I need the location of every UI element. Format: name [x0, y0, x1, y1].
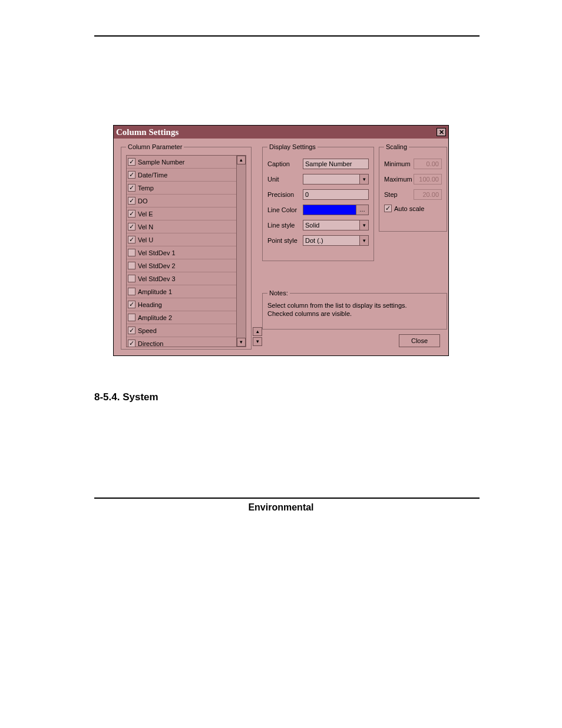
list-item-label: Amplitude 1	[138, 288, 172, 295]
color-picker-button[interactable]: …	[356, 205, 369, 215]
titlebar-close-icon[interactable]: ✕	[437, 128, 446, 136]
list-item-label: Vel U	[138, 236, 153, 243]
column-parameter-legend: Column Parameter	[126, 143, 184, 150]
notes-group: Notes: Select column from the list to di…	[262, 289, 447, 330]
scaling-legend: Scaling	[384, 143, 409, 150]
checkbox-icon: ✓	[128, 301, 135, 308]
list-item[interactable]: Vel StdDev 3	[127, 272, 236, 285]
checkbox-icon: ✓	[128, 340, 135, 347]
list-item[interactable]: Vel StdDev 2	[127, 259, 236, 272]
list-item-label: Vel N	[138, 223, 153, 230]
checkbox-icon: ✓	[128, 327, 135, 334]
list-item[interactable]: Vel StdDev 1	[127, 246, 236, 259]
list-item-label: DO	[138, 197, 148, 205]
column-settings-dialog: Column Settings ✕ Column Parameter ✓Samp…	[113, 125, 449, 356]
chevron-down-icon[interactable]: ▾	[359, 235, 369, 246]
bottom-rule	[94, 498, 480, 499]
checkbox-icon	[128, 275, 135, 282]
list-item-label: Sample Number	[138, 159, 184, 166]
pointstyle-label: Point style	[267, 237, 303, 244]
scaling-group: Scaling Minimum 0.00 Maximum 100.00 Step…	[379, 143, 447, 232]
checkbox-icon	[128, 314, 135, 321]
list-item-label: Date/Time	[138, 172, 167, 179]
checkbox-icon: ✓	[384, 205, 392, 212]
minimum-input[interactable]: 0.00	[414, 159, 442, 169]
list-item[interactable]: ✓Speed	[127, 324, 236, 337]
list-order-spinner[interactable]: ▴ ▾	[253, 327, 262, 347]
column-parameter-group: Column Parameter ✓Sample Number✓Date/Tim…	[121, 143, 252, 350]
list-item-label: Vel StdDev 2	[138, 262, 176, 269]
maximum-input[interactable]: 100.00	[414, 174, 442, 185]
chevron-down-icon[interactable]: ▾	[359, 174, 369, 185]
scroll-down-icon[interactable]: ▾	[237, 338, 246, 347]
linecolor-swatch	[303, 205, 356, 215]
minimum-label: Minimum	[384, 160, 414, 167]
list-item[interactable]: ✓Heading	[127, 298, 236, 311]
linecolor-field[interactable]: …	[303, 205, 369, 215]
notes-legend: Notes:	[267, 289, 290, 297]
chevron-down-icon[interactable]: ▾	[359, 220, 369, 230]
titlebar: Column Settings ✕	[114, 126, 448, 139]
checkbox-icon: ✓	[128, 184, 135, 192]
checkbox-icon	[128, 249, 135, 256]
checkbox-icon	[128, 262, 135, 269]
display-settings-legend: Display Settings	[267, 143, 318, 150]
checkbox-icon: ✓	[128, 197, 135, 205]
list-item-label: Vel StdDev 3	[138, 275, 176, 282]
spinner-down-icon[interactable]: ▾	[253, 337, 262, 346]
list-item-label: Vel StdDev 1	[138, 249, 176, 256]
step-label: Step	[384, 191, 414, 198]
unit-label: Unit	[267, 176, 303, 183]
footer-label: Environmental	[59, 502, 503, 513]
checkbox-icon: ✓	[128, 223, 135, 230]
list-item[interactable]: Amplitude 2	[127, 311, 236, 324]
checkbox-icon: ✓	[128, 236, 135, 243]
checkbox-icon: ✓	[128, 158, 135, 166]
list-item-label: Amplitude 2	[138, 314, 172, 321]
checkbox-icon: ✓	[128, 210, 135, 218]
list-item-label: Direction	[138, 340, 163, 347]
list-item[interactable]: ✓Vel E	[127, 207, 236, 220]
notes-text-1: Select column from the list to display i…	[267, 301, 442, 309]
linestyle-combo[interactable]: Solid ▾	[303, 220, 369, 230]
pointstyle-combo[interactable]: Dot (.) ▾	[303, 235, 369, 246]
autoscale-checkbox[interactable]: ✓ Auto scale	[384, 205, 442, 212]
column-listbox[interactable]: ✓Sample Number✓Date/Time✓Temp✓DO✓Vel E✓V…	[126, 155, 246, 347]
close-button[interactable]: Close	[399, 334, 440, 347]
list-item[interactable]: ✓Vel N	[127, 220, 236, 233]
display-settings-group: Display Settings Caption Sample Number U…	[262, 143, 374, 261]
list-item[interactable]: ✓Date/Time	[127, 169, 236, 182]
list-item-label: Vel E	[138, 210, 153, 218]
dialog-screenshot: Column Settings ✕ Column Parameter ✓Samp…	[59, 125, 503, 356]
list-item[interactable]: Amplitude 1	[127, 285, 236, 298]
dialog-title: Column Settings	[116, 127, 178, 137]
list-item-label: Heading	[138, 301, 162, 308]
list-item[interactable]: ✓DO	[127, 195, 236, 207]
unit-combo[interactable]: ▾	[303, 174, 369, 185]
autoscale-label: Auto scale	[394, 205, 424, 212]
list-item[interactable]: ✓Direction	[127, 337, 236, 347]
linecolor-label: Line Color	[267, 206, 303, 213]
linestyle-label: Line style	[267, 222, 303, 229]
checkbox-icon	[128, 288, 135, 295]
section-heading: 8-5.4. System	[94, 391, 503, 403]
caption-label: Caption	[267, 160, 303, 167]
precision-input[interactable]: 0	[303, 189, 369, 200]
list-item[interactable]: ✓Temp	[127, 182, 236, 195]
top-rule	[94, 35, 480, 37]
checkbox-icon: ✓	[128, 171, 135, 179]
scroll-up-icon[interactable]: ▴	[237, 156, 246, 164]
listbox-scrollbar[interactable]: ▴ ▾	[236, 156, 246, 347]
list-item[interactable]: ✓Sample Number	[127, 156, 236, 169]
spinner-up-icon[interactable]: ▴	[253, 327, 262, 336]
precision-label: Precision	[267, 191, 303, 198]
maximum-label: Maximum	[384, 176, 414, 183]
list-item-label: Speed	[138, 327, 157, 334]
step-input[interactable]: 20.00	[414, 189, 442, 200]
list-item-label: Temp	[138, 185, 154, 192]
list-item[interactable]: ✓Vel U	[127, 233, 236, 246]
notes-text-2: Checked columns are visible.	[267, 309, 442, 318]
caption-input[interactable]: Sample Number	[303, 159, 369, 169]
